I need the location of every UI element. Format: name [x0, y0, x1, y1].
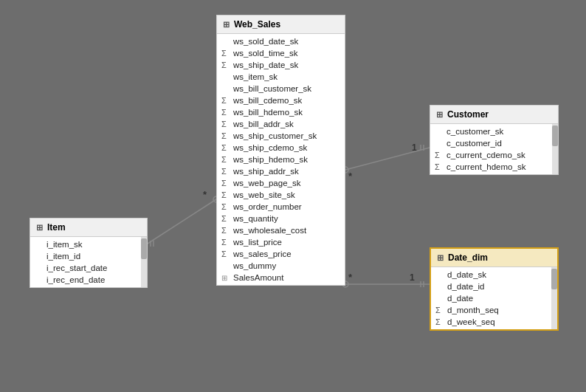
- web-sales-body: ws_sold_date_sk Σ ws_sold_time_sk Σ ws_s…: [217, 34, 345, 285]
- customer-title: Customer: [447, 109, 489, 120]
- svg-line-0: [345, 148, 430, 170]
- field-label: c_current_hdemo_sk: [447, 162, 525, 171]
- field-label: d_date_sk: [447, 270, 486, 279]
- sigma-icon: Σ: [221, 179, 230, 188]
- table-icon: ⊞: [36, 223, 43, 233]
- table-icon: ⊞: [223, 20, 230, 30]
- field-label: ws_bill_hdemo_sk: [233, 108, 303, 117]
- table-icon: ⊞: [437, 253, 444, 263]
- sigma-icon: Σ: [221, 167, 230, 176]
- sigma-icon: Σ: [221, 61, 230, 69]
- field-label: ws_order_number: [233, 202, 302, 211]
- sigma-icon: Σ: [221, 49, 230, 58]
- scrollbar-thumb[interactable]: [552, 125, 558, 146]
- field-label: i_item_sk: [46, 240, 83, 249]
- scrollbar-track[interactable]: [551, 267, 557, 329]
- field-label: ws_dummy: [233, 261, 276, 270]
- scrollbar-thumb[interactable]: [551, 269, 557, 289]
- field-label: d_date_id: [447, 282, 485, 291]
- field-c_current_hdemo_sk[interactable]: Σ c_current_hdemo_sk: [430, 161, 551, 173]
- field-label: ws_quantity: [233, 214, 278, 223]
- scrollbar-thumb[interactable]: [141, 238, 147, 259]
- field-ws_bill_addr_sk[interactable]: Σ ws_bill_addr_sk: [217, 118, 345, 130]
- field-ws_bill_customer_sk[interactable]: ws_bill_customer_sk: [217, 83, 345, 94]
- field-d_date_id[interactable]: d_date_id: [431, 281, 550, 292]
- field-ws_sold_date_sk[interactable]: ws_sold_date_sk: [217, 35, 345, 47]
- field-label: c_customer_id: [447, 139, 502, 148]
- sigma-icon: Σ: [435, 306, 444, 314]
- date-dim-title: Date_dim: [448, 252, 488, 263]
- svg-text:*: *: [203, 189, 207, 200]
- sigma-icon: Σ: [221, 226, 230, 235]
- web-sales-title: Web_Sales: [234, 19, 280, 30]
- table-icon: ⊞: [436, 110, 443, 120]
- sigma-icon: Σ: [435, 151, 444, 159]
- field-c_customer_id[interactable]: c_customer_id: [430, 137, 551, 149]
- field-c_customer_sk[interactable]: c_customer_sk: [430, 125, 551, 137]
- field-label: SalesAmount: [233, 273, 283, 282]
- scrollbar-track[interactable]: [552, 124, 558, 174]
- svg-line-7: [148, 199, 216, 244]
- svg-text:*: *: [348, 272, 353, 283]
- field-label: i_rec_end_date: [46, 275, 105, 284]
- field-ws_web_site_sk[interactable]: Σ ws_web_site_sk: [217, 189, 345, 201]
- field-label: ws_bill_addr_sk: [233, 120, 294, 128]
- sigma-icon: Σ: [221, 131, 230, 140]
- item-title: Item: [47, 222, 66, 233]
- field-ws_wholesale_cost[interactable]: Σ ws_wholesale_cost: [217, 224, 345, 236]
- field-label: ws_ship_cdemo_sk: [233, 143, 307, 152]
- customer-body: c_customer_sk c_customer_id Σ c_current_…: [430, 124, 558, 174]
- field-label: ws_bill_cdemo_sk: [233, 96, 302, 105]
- svg-text:1: 1: [410, 272, 415, 283]
- date-dim-header: ⊞ Date_dim: [431, 249, 557, 267]
- field-d_date_sk[interactable]: d_date_sk: [431, 269, 550, 281]
- field-ws_sales_price[interactable]: Σ ws_sales_price: [217, 248, 345, 260]
- field-label: ws_ship_date_sk: [233, 61, 298, 69]
- field-i_rec_start_date[interactable]: i_rec_start_date: [30, 262, 139, 274]
- customer-table[interactable]: ⊞ Customer c_customer_sk c_customer_id Σ…: [430, 105, 559, 175]
- field-ws_web_page_sk[interactable]: Σ ws_web_page_sk: [217, 177, 345, 189]
- field-i_item_id[interactable]: i_item_id: [30, 250, 139, 262]
- canvas: * 1 * 1 * 1 ⊞ Web_Sales: [0, 0, 586, 392]
- field-ws_item_sk[interactable]: ws_item_sk: [217, 71, 345, 83]
- field-d_date[interactable]: d_date: [431, 292, 550, 304]
- field-ws_list_price[interactable]: Σ ws_list_price: [217, 236, 345, 248]
- sigma-icon: Σ: [221, 96, 230, 105]
- sigma-icon: Σ: [221, 143, 230, 152]
- field-label: i_item_id: [46, 252, 80, 261]
- sigma-icon: Σ: [435, 317, 444, 326]
- field-ws_ship_hdemo_sk[interactable]: Σ ws_ship_hdemo_sk: [217, 154, 345, 165]
- field-d_month_seq[interactable]: Σ d_month_seq: [431, 304, 550, 316]
- field-label: ws_web_site_sk: [233, 190, 295, 199]
- field-ws_ship_customer_sk[interactable]: Σ ws_ship_customer_sk: [217, 130, 345, 142]
- field-label: d_month_seq: [447, 306, 499, 314]
- sigma-icon: Σ: [221, 202, 230, 211]
- field-label: ws_sold_date_sk: [233, 37, 298, 46]
- scrollbar-track[interactable]: [141, 237, 147, 287]
- field-c_current_cdemo_sk[interactable]: Σ c_current_cdemo_sk: [430, 149, 551, 161]
- field-ws_order_number[interactable]: Σ ws_order_number: [217, 201, 345, 213]
- sigma-icon: Σ: [435, 162, 444, 171]
- field-ws_ship_addr_sk[interactable]: Σ ws_ship_addr_sk: [217, 165, 345, 177]
- field-ws_bill_hdemo_sk[interactable]: Σ ws_bill_hdemo_sk: [217, 106, 345, 118]
- item-table[interactable]: ⊞ Item i_item_sk i_item_id i_rec_start_d…: [30, 218, 148, 288]
- field-sales-amount[interactable]: ⊞ SalesAmount: [217, 272, 345, 283]
- date-dim-table[interactable]: ⊞ Date_dim d_date_sk d_date_id d_date Σ …: [430, 247, 559, 331]
- field-ws_sold_time_sk[interactable]: Σ ws_sold_time_sk: [217, 47, 345, 59]
- sigma-icon: Σ: [221, 238, 230, 247]
- sigma-icon: Σ: [221, 214, 230, 223]
- field-i_rec_end_date[interactable]: i_rec_end_date: [30, 274, 139, 286]
- web-sales-table[interactable]: ⊞ Web_Sales ws_sold_date_sk Σ ws_sold_ti…: [216, 15, 345, 286]
- field-ws_dummy[interactable]: ws_dummy: [217, 260, 345, 272]
- field-label: ws_web_page_sk: [233, 179, 300, 188]
- field-d_week_seq[interactable]: Σ d_week_seq: [431, 316, 550, 328]
- web-sales-header: ⊞ Web_Sales: [217, 16, 345, 34]
- field-label: c_customer_sk: [447, 127, 503, 136]
- field-ws_ship_cdemo_sk[interactable]: Σ ws_ship_cdemo_sk: [217, 142, 345, 154]
- field-ws_ship_date_sk[interactable]: Σ ws_ship_date_sk: [217, 59, 345, 71]
- field-ws_quantity[interactable]: Σ ws_quantity: [217, 213, 345, 224]
- field-label: ws_list_price: [233, 238, 282, 247]
- field-ws_bill_cdemo_sk[interactable]: Σ ws_bill_cdemo_sk: [217, 94, 345, 106]
- field-i_item_sk[interactable]: i_item_sk: [30, 238, 139, 250]
- field-label: c_current_cdemo_sk: [447, 151, 525, 159]
